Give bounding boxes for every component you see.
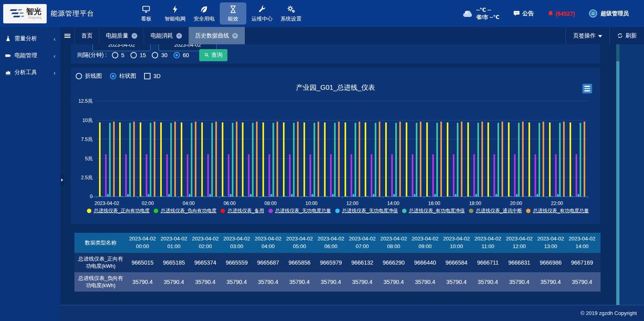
chart-plot [97, 101, 588, 197]
nav-item-safe-power[interactable]: 安全用电 [191, 2, 217, 25]
bar [514, 154, 516, 197]
chart-type-option-0[interactable]: 折线图 [76, 72, 102, 80]
tab-0[interactable]: 首页 [75, 27, 99, 44]
radio-icon [110, 73, 116, 79]
nav-item-label: 运维中心 [252, 15, 272, 23]
sidebar-collapse-handle[interactable] [60, 174, 64, 186]
nav-item-system-settings[interactable]: 系统设置 [278, 2, 304, 25]
interval-option-5[interactable]: 5 [112, 52, 124, 58]
vertical-scrollbar[interactable] [616, 44, 619, 305]
bar [125, 154, 127, 197]
sidebar-item-demand-analysis[interactable]: 需量分析 ‹ [0, 30, 60, 47]
refresh-button[interactable]: 刷新 [609, 27, 644, 44]
sidebar-item-energy-management[interactable]: 电能管理 ‹ [0, 47, 60, 64]
bar [183, 196, 184, 197]
alarm-button[interactable]: (64527) [547, 10, 575, 17]
x-axis-label: 20:00 [510, 201, 522, 206]
value-cell: 35790.4 [158, 272, 190, 292]
legend-item-5[interactable]: 总进线仪表_有功电度净值 [402, 207, 465, 214]
legend-item-1[interactable]: 总进线仪表_负向有功电度 [154, 207, 217, 214]
chart-type-option-2[interactable]: 3D [144, 73, 161, 79]
bar [236, 122, 237, 197]
radio-icon [130, 52, 137, 58]
tab-close-icon[interactable]: × [132, 33, 137, 39]
x-axis-tick [547, 197, 547, 198]
user-menu[interactable]: 超级管理员 [588, 9, 629, 18]
nav-item-dashboard[interactable]: 看板 [133, 2, 159, 25]
tab-2[interactable]: 电能消耗× [144, 27, 189, 44]
nav-item-smart-grid[interactable]: 智能电网 [162, 2, 188, 25]
scrollbar-thumb[interactable] [616, 61, 619, 305]
announcement-button[interactable]: 公告 [513, 10, 534, 17]
interval-option-60[interactable]: 60 [173, 52, 189, 58]
header-time: 06:00 [324, 243, 338, 251]
value-cell: 35790.4 [221, 272, 252, 292]
bar [312, 194, 313, 197]
bar [244, 196, 246, 197]
bar [518, 123, 520, 197]
legend-label: 总进线仪表_备用 [227, 207, 264, 214]
bar [385, 122, 387, 197]
bar [432, 154, 434, 197]
table-header-cell: 2023-04-0201:00 [158, 233, 190, 253]
bar [345, 122, 346, 197]
bar [440, 122, 442, 197]
legend-item-7[interactable]: 总进线仪表_有功电度总量 [526, 207, 589, 214]
y-axis-tick-label: 2.5兆 [72, 174, 93, 181]
bar [187, 154, 188, 197]
bar [516, 194, 518, 197]
bar [580, 123, 581, 197]
chart-type-option-1[interactable]: 柱状图 [110, 72, 136, 80]
query-button[interactable]: 查询 [199, 49, 227, 61]
value-cell: 9665687 [252, 253, 284, 272]
bar [228, 154, 229, 197]
tab-label: 电能消耗 [151, 32, 173, 39]
tab-list-toggle[interactable] [60, 27, 75, 44]
legend-item-2[interactable]: 总进线仪表_备用 [221, 207, 264, 214]
header-date: 2023-04-02 [380, 235, 407, 243]
bar [191, 123, 192, 197]
nav-item-ops-center[interactable]: 运维中心 [249, 2, 275, 25]
legend-item-4[interactable]: 总进线仪表_无功电度净值 [335, 207, 398, 214]
table-row: 总进线仪表_负向有功电度(kWh)35790.435790.435790.435… [74, 272, 601, 292]
interval-row: 间隔(分钟) : 5153060 查询 [77, 49, 227, 61]
x-axis-label: 22:00 [551, 201, 563, 206]
value-cell: 9666831 [504, 253, 535, 272]
flask-icon [5, 35, 11, 42]
bar [495, 194, 497, 197]
bar [119, 122, 121, 197]
tab-3[interactable]: 历史数据曲线× [189, 27, 245, 44]
bar [367, 196, 368, 197]
table-row: 总进线仪表_正向有功电度(kWh)96650159665185966537496… [74, 253, 601, 272]
tab-close-icon[interactable]: × [176, 33, 182, 39]
interval-option-30[interactable]: 30 [152, 52, 167, 58]
x-axis-label: 04:00 [183, 201, 195, 206]
header-time: 10:00 [450, 243, 463, 251]
top-menu: 看板 智能电网 安全用电 能效 运维中心 [133, 2, 304, 25]
value-cell: 9666132 [347, 253, 378, 272]
bar [270, 194, 272, 197]
chart-toolbox-button[interactable] [582, 84, 592, 93]
legend-label: 总进线仪表_正向有功电度 [94, 207, 150, 214]
tab-operations-dropdown[interactable]: 页签操作 [566, 27, 609, 44]
query-filter-panel: 间隔(分钟) : 5153060 查询 [71, 44, 600, 64]
nav-item-energy-efficiency[interactable]: 能效 [220, 2, 246, 25]
chevron-left-icon: ‹ [54, 52, 56, 59]
legend-item-6[interactable]: 总进线仪表_通讯中断 [469, 207, 522, 214]
tab-1[interactable]: 电能质量× [99, 27, 144, 44]
legend-item-3[interactable]: 总进线仪表_无功电度总量 [268, 207, 331, 214]
bar [436, 123, 438, 197]
header-date: 2023-04-02 [318, 235, 345, 243]
legend-item-0[interactable]: 总进线仪表_正向有功电度 [87, 207, 150, 214]
tab-close-icon[interactable]: × [232, 33, 238, 39]
weather-temp: --℃ -- [476, 6, 500, 14]
sidebar-item-analysis-tools[interactable]: 分析工具 ‹ [0, 64, 60, 81]
bar [242, 122, 244, 197]
bar [283, 122, 285, 197]
bar [166, 154, 168, 197]
bar [493, 154, 495, 197]
interval-option-15[interactable]: 15 [130, 52, 146, 58]
bar [148, 194, 149, 197]
bar [129, 123, 131, 197]
header-date: 2023-04-02 [412, 235, 439, 243]
